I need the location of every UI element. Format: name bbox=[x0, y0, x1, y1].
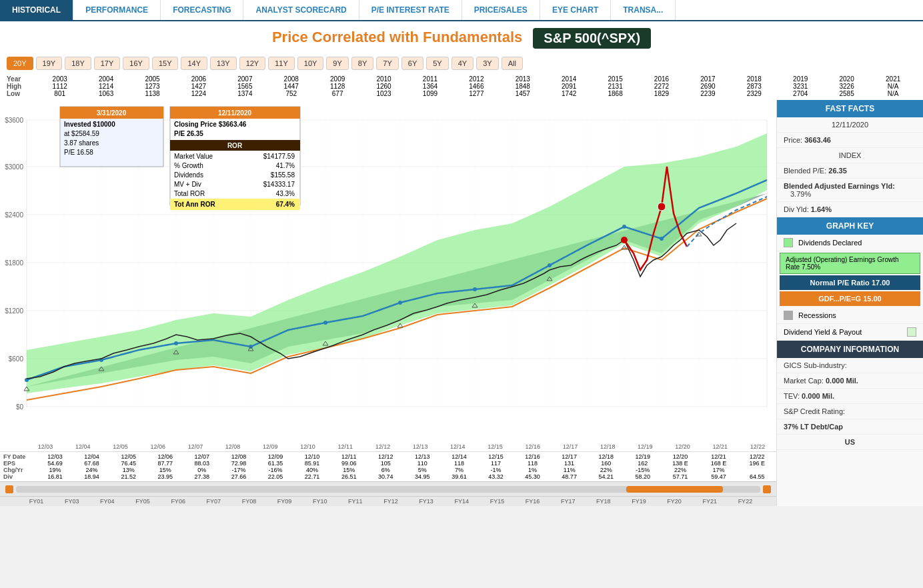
svg-text:12/11/2020: 12/11/2020 bbox=[218, 109, 251, 117]
year-btn-11y[interactable]: 11Y bbox=[268, 57, 295, 70]
fy-date-labels: 12/03 12/04 12/05 12/06 12/07 12/08 12/0… bbox=[0, 442, 776, 451]
year-btn-7y[interactable]: 7Y bbox=[376, 57, 398, 70]
svg-text:3.87 shares: 3.87 shares bbox=[64, 139, 99, 147]
market-cap-row: Market Cap: 0.000 Mil. bbox=[777, 373, 923, 389]
nav-transactions[interactable]: TRANSA... bbox=[611, 0, 676, 20]
svg-text:Invested $10000: Invested $10000 bbox=[64, 121, 115, 128]
svg-text:43.3%: 43.3% bbox=[276, 190, 295, 197]
eps-row-label: EPS bbox=[0, 460, 37, 467]
svg-text:$3000: $3000 bbox=[5, 163, 23, 171]
year-btn-15y[interactable]: 15Y bbox=[152, 57, 179, 70]
svg-text:Total ROR: Total ROR bbox=[174, 190, 205, 197]
scroll-left-button[interactable] bbox=[5, 485, 13, 493]
year-btn-4y[interactable]: 4Y bbox=[451, 57, 474, 70]
graph-key-adj-earnings: Adjusted (Operating) Earnings Growth Rat… bbox=[780, 253, 920, 274]
chg-row-label: Chg/Yr bbox=[0, 467, 37, 473]
svg-point-43 bbox=[398, 301, 402, 305]
year-btn-all[interactable]: All bbox=[502, 57, 523, 70]
nav-analyst-scorecard[interactable]: ANALYST SCORECARD bbox=[243, 0, 359, 20]
svg-point-49 bbox=[658, 203, 666, 211]
svg-text:$155.58: $155.58 bbox=[271, 171, 295, 179]
year-btn-18y[interactable]: 18Y bbox=[65, 57, 91, 70]
svg-point-40 bbox=[174, 341, 178, 345]
nav-historical[interactable]: HISTORICAL bbox=[0, 0, 73, 20]
lt-debt-row: 37% LT Debt/Cap bbox=[777, 419, 923, 435]
svg-text:P/E 16.58: P/E 16.58 bbox=[64, 149, 93, 156]
graph-key-dividends: Dividends Declared bbox=[777, 235, 923, 251]
scroll-thumb[interactable] bbox=[626, 486, 723, 493]
svg-text:Closing Price $3663.46: Closing Price $3663.46 bbox=[174, 121, 247, 128]
svg-text:$600: $600 bbox=[9, 355, 24, 363]
year-btn-16y[interactable]: 16Y bbox=[123, 57, 149, 70]
year-btn-17y[interactable]: 17Y bbox=[94, 57, 121, 70]
main-layout: $3600 $3000 $2400 $1800 $1200 $600 $0 bbox=[0, 100, 923, 506]
svg-text:Dividends: Dividends bbox=[174, 171, 203, 179]
fy-date-label: FY Date bbox=[0, 453, 37, 460]
nav-performance[interactable]: PERFORMANCE bbox=[73, 0, 161, 20]
top-navigation: HISTORICAL PERFORMANCE FORECASTING ANALY… bbox=[0, 0, 923, 21]
svg-text:ROR: ROR bbox=[227, 142, 243, 149]
year-btn-3y[interactable]: 3Y bbox=[476, 57, 498, 70]
recessions-label: Recessions bbox=[798, 311, 836, 319]
svg-text:MV + Div: MV + Div bbox=[174, 181, 201, 188]
year-btn-20y[interactable]: 20Y bbox=[7, 57, 33, 70]
nav-price-sales[interactable]: PRICE/SALES bbox=[462, 0, 540, 20]
year-selector: 20Y 19Y 18Y 17Y 16Y 15Y 14Y 13Y 12Y 11Y … bbox=[0, 53, 923, 74]
svg-text:$1800: $1800 bbox=[5, 259, 23, 267]
dividends-declared-label: Dividends Declared bbox=[798, 239, 862, 247]
right-sidebar: FAST FACTS 12/11/2020 Price: 3663.46 IND… bbox=[776, 100, 923, 506]
nav-pe-interest-rate[interactable]: P/E INTEREST RATE bbox=[359, 0, 462, 20]
svg-text:$1200: $1200 bbox=[5, 307, 23, 315]
year-btn-13y[interactable]: 13Y bbox=[210, 57, 237, 70]
chart-svg-container: $3600 $3000 $2400 $1800 $1200 $600 $0 bbox=[0, 100, 776, 451]
dividend-yield-payout-label: Dividend Yield & Payout bbox=[784, 328, 862, 336]
page-title: Price Correlated with Fundamentals bbox=[272, 29, 522, 45]
year-btn-9y[interactable]: 9Y bbox=[326, 57, 348, 70]
svg-text:$0: $0 bbox=[16, 403, 24, 411]
div-row-label: Div bbox=[0, 473, 37, 480]
svg-text:P/E 26.35: P/E 26.35 bbox=[174, 130, 203, 137]
svg-point-46 bbox=[622, 225, 626, 229]
nav-eye-chart[interactable]: EYE CHART bbox=[540, 0, 611, 20]
fast-facts-header: FAST FACTS bbox=[777, 100, 923, 117]
year-btn-10y[interactable]: 10Y bbox=[297, 57, 324, 70]
eps-data-section: FY Date 12/03 12/04 12/05 12/06 12/07 12… bbox=[0, 451, 776, 481]
ticker-badge: S&P 500(^SPX) bbox=[533, 28, 651, 49]
svg-text:$2400: $2400 bbox=[5, 211, 23, 219]
company-info-header: COMPANY INFORMATION bbox=[777, 341, 923, 358]
year-btn-12y[interactable]: 12Y bbox=[239, 57, 266, 70]
svg-point-45 bbox=[548, 263, 552, 267]
year-btn-6y[interactable]: 6Y bbox=[401, 57, 423, 70]
svg-text:Tot Ann ROR: Tot Ann ROR bbox=[174, 201, 215, 208]
scroll-right-button[interactable] bbox=[763, 485, 771, 493]
year-btn-19y[interactable]: 19Y bbox=[36, 57, 63, 70]
svg-text:3/31/2020: 3/31/2020 bbox=[97, 109, 127, 117]
year-row-label: Year bbox=[7, 75, 37, 83]
fast-facts-price: Price: 3663.46 bbox=[777, 133, 923, 148]
country-row: US bbox=[777, 435, 923, 450]
svg-text:Market Value: Market Value bbox=[174, 153, 213, 160]
year-btn-5y[interactable]: 5Y bbox=[426, 57, 448, 70]
fast-facts-index: INDEX bbox=[777, 148, 923, 163]
title-bar: Price Correlated with Fundamentals S&P 5… bbox=[0, 21, 923, 53]
nav-forecasting[interactable]: FORECASTING bbox=[161, 0, 243, 20]
tev-row: TEV: 0.000 Mil. bbox=[777, 389, 923, 404]
scroll-track[interactable] bbox=[16, 486, 760, 493]
historical-data-table: Year 2003 2004 2005 2006 2007 2008 2009 … bbox=[0, 74, 923, 100]
graph-key-recessions: Recessions bbox=[777, 307, 923, 324]
scroll-bar-area[interactable] bbox=[0, 481, 776, 496]
main-chart-svg: $3600 $3000 $2400 $1800 $1200 $600 $0 bbox=[0, 100, 774, 440]
gics-row: GICS Sub-industry: bbox=[777, 358, 923, 373]
svg-text:at $2584.59: at $2584.59 bbox=[64, 130, 99, 137]
graph-key-header: GRAPH KEY bbox=[777, 217, 923, 235]
graph-key-gdf: GDF...P/E=G 15.00 bbox=[780, 291, 920, 306]
fast-facts-div-yld: Div Yld: 1.64% bbox=[777, 202, 923, 217]
svg-point-47 bbox=[660, 237, 664, 241]
fast-facts-blended-pe: Blended P/E: 26.35 bbox=[777, 163, 923, 179]
svg-text:% Growth: % Growth bbox=[174, 162, 203, 169]
year-btn-8y[interactable]: 8Y bbox=[351, 57, 373, 70]
low-row-label: Low bbox=[7, 90, 37, 97]
svg-text:41.7%: 41.7% bbox=[276, 162, 295, 169]
year-btn-14y[interactable]: 14Y bbox=[181, 57, 207, 70]
chart-area: $3600 $3000 $2400 $1800 $1200 $600 $0 bbox=[0, 100, 776, 506]
